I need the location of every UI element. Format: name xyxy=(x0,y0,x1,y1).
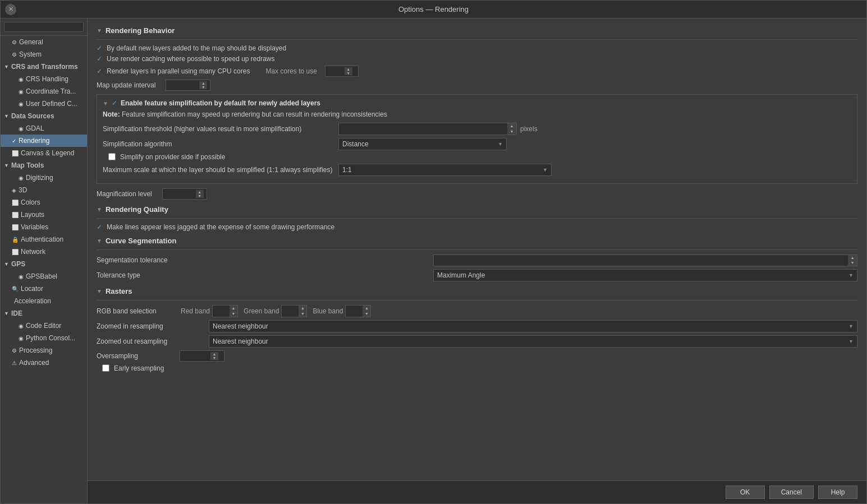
zoomed-out-dropdown[interactable]: Nearest neighbour ▼ xyxy=(209,335,857,348)
cancel-button[interactable]: Cancel xyxy=(769,485,814,499)
green-band-input[interactable]: 2 xyxy=(282,306,299,316)
sidebar-item-crs-transforms[interactable]: ▼ CRS and Transforms xyxy=(1,61,87,73)
auth-icon: 🔒 xyxy=(12,237,19,243)
sidebar-item-gps[interactable]: ▼ GPS xyxy=(1,258,87,270)
algorithm-dropdown[interactable]: Distance ▼ xyxy=(338,138,507,150)
max-cores-up[interactable]: ▲ xyxy=(345,67,352,71)
sidebar-item-label: Digitizing xyxy=(26,174,53,182)
sidebar-item-python-console[interactable]: ◉ Python Consol... xyxy=(1,332,87,344)
ok-button[interactable]: OK xyxy=(726,485,765,499)
sidebar-item-advanced[interactable]: ⚠ Advanced xyxy=(1,357,87,369)
sidebar-item-gpsbabel[interactable]: ◉ GPSBabel xyxy=(1,270,87,283)
search-input[interactable] xyxy=(4,22,84,32)
magnification-input[interactable]: 100% xyxy=(165,190,196,198)
sidebar-item-general[interactable]: ⚙ General xyxy=(1,36,87,48)
seg-tolerance-input[interactable]: 1,00 xyxy=(434,255,848,265)
sidebar-item-label: Locator xyxy=(21,285,43,293)
sidebar-item-network[interactable]: ⬜ Network xyxy=(1,246,87,258)
sidebar-item-authentication[interactable]: 🔒 Authentication xyxy=(1,233,87,246)
seg-tolerance-up[interactable]: ▲ xyxy=(848,255,857,261)
green-band-up[interactable]: ▲ xyxy=(299,306,306,311)
sidebar-item-variables[interactable]: ⬜ Variables xyxy=(1,221,87,233)
sidebar-item-coordinate[interactable]: ◉ Coordinate Tra... xyxy=(1,85,87,98)
rendering-quality-title: Rendering Quality xyxy=(105,205,168,214)
max-cores-down[interactable]: ▼ xyxy=(345,71,352,75)
sidebar-item-map-tools[interactable]: ▼ Map Tools xyxy=(1,159,87,172)
sidebar-item-code-editor[interactable]: ◉ Code Editor xyxy=(1,320,87,332)
blue-band-up[interactable]: ▲ xyxy=(363,306,370,311)
quality-collapse-icon[interactable]: ▼ xyxy=(97,206,102,212)
rasters-collapse-icon[interactable]: ▼ xyxy=(97,288,102,294)
search-box[interactable] xyxy=(1,19,87,36)
magnification-up[interactable]: ▲ xyxy=(196,190,204,194)
oversampling-down[interactable]: ▼ xyxy=(210,356,218,360)
close-button[interactable]: ✕ xyxy=(5,4,16,15)
sidebar-item-3d[interactable]: ◈ 3D xyxy=(1,184,87,196)
map-update-input[interactable]: 250 ms xyxy=(168,81,199,89)
threshold-unit: pixels xyxy=(520,125,538,133)
threshold-down[interactable]: ▼ xyxy=(507,129,516,135)
max-cores-input[interactable]: 1 xyxy=(328,67,345,75)
sidebar-item-layouts[interactable]: ⬜ Layouts xyxy=(1,209,87,221)
red-band-up[interactable]: ▲ xyxy=(230,306,237,311)
magnification-label: Magnification level xyxy=(97,190,152,198)
max-scale-dropdown[interactable]: 1:1 ▼ xyxy=(338,164,552,176)
sidebar-item-acceleration[interactable]: Acceleration xyxy=(1,295,87,307)
magnification-spinbox: 100% ▲ ▼ xyxy=(162,188,207,200)
magnification-down[interactable]: ▼ xyxy=(196,194,204,198)
sidebar-item-processing[interactable]: ⚙ Processing xyxy=(1,344,87,357)
tolerance-type-label: Tolerance type xyxy=(97,271,433,279)
threshold-input[interactable]: 1,00 xyxy=(339,124,507,134)
sidebar-item-user-defined[interactable]: ◉ User Defined C... xyxy=(1,98,87,110)
sidebar-item-rendering[interactable]: ✓ Rendering xyxy=(1,135,87,147)
map-update-down[interactable]: ▼ xyxy=(199,85,207,89)
section-collapse-icon[interactable]: ▼ xyxy=(97,27,102,34)
feature-simplification-header: ▼ ✓ Enable feature simplification by def… xyxy=(103,99,851,107)
blue-band-input[interactable]: 3 xyxy=(346,306,363,316)
oversampling-arrows: ▲ ▼ xyxy=(210,352,218,360)
tolerance-type-dropdown[interactable]: Maximum Angle ▼ xyxy=(433,269,857,281)
simplify-provider-checkbox[interactable] xyxy=(108,153,116,160)
sidebar-item-label: System xyxy=(19,50,42,58)
sidebar-item-data-sources[interactable]: ▼ Data Sources xyxy=(1,110,87,122)
magnification-row: Magnification level 100% ▲ ▼ xyxy=(97,188,857,200)
blue-band-down[interactable]: ▼ xyxy=(363,311,370,317)
sidebar-item-system[interactable]: ⚙ System xyxy=(1,48,87,61)
rgb-band-row: RGB band selection Red band 1 ▲ ▼ Green … xyxy=(97,305,857,317)
sidebar-item-canvas-legend[interactable]: ⬜ Canvas & Legend xyxy=(1,147,87,159)
sidebar-item-locator[interactable]: 🔍 Locator xyxy=(1,283,87,295)
sidebar-item-gdal[interactable]: ◉ GDAL xyxy=(1,122,87,135)
variables-icon: ⬜ xyxy=(12,224,19,230)
red-band-down[interactable]: ▼ xyxy=(230,311,237,317)
zoomed-in-dropdown[interactable]: Nearest neighbour ▼ xyxy=(209,320,857,332)
help-button[interactable]: Help xyxy=(818,485,857,499)
sidebar-item-label: IDE xyxy=(11,309,22,317)
sidebar-item-label: Colors xyxy=(21,198,40,206)
system-icon: ⚙ xyxy=(12,52,17,58)
max-scale-dropdown-arrow: ▼ xyxy=(543,167,548,173)
collapse-icon: ▼ xyxy=(4,163,9,168)
code-icon: ◉ xyxy=(19,323,24,329)
sidebar-item-label: Code Editor xyxy=(26,322,61,330)
content-scroll[interactable]: ▼ Rendering Behavior ✓ By default new la… xyxy=(88,19,866,480)
sidebar-item-digitizing[interactable]: ◉ Digitizing xyxy=(1,172,87,184)
curve-collapse-icon[interactable]: ▼ xyxy=(97,238,102,244)
titlebar: ✕ Options — Rendering xyxy=(1,1,866,19)
threshold-up[interactable]: ▲ xyxy=(507,123,516,129)
feature-collapse-icon[interactable]: ▼ xyxy=(103,100,108,107)
sidebar-item-label: Rendering xyxy=(19,137,49,145)
map-update-up[interactable]: ▲ xyxy=(199,81,207,85)
sidebar-item-ide[interactable]: ▼ IDE xyxy=(1,307,87,320)
oversampling-input[interactable]: 2,00 xyxy=(182,352,210,360)
sidebar-item-crs-handling[interactable]: ◉ CRS Handling xyxy=(1,73,87,85)
sidebar-item-label: Data Sources xyxy=(11,112,54,120)
blue-band-group: Blue band 3 ▲ ▼ xyxy=(313,305,371,317)
render-caching-row: ✓ Use render caching where possible to s… xyxy=(97,55,857,63)
oversampling-up[interactable]: ▲ xyxy=(210,352,218,356)
sidebar-item-colors[interactable]: ⬜ Colors xyxy=(1,196,87,209)
early-resampling-checkbox[interactable] xyxy=(102,364,109,372)
green-band-down[interactable]: ▼ xyxy=(299,311,306,317)
feature-simplification-box: ▼ ✓ Enable feature simplification by def… xyxy=(97,94,857,184)
red-band-input[interactable]: 1 xyxy=(213,306,230,316)
seg-tolerance-down[interactable]: ▼ xyxy=(848,260,857,266)
